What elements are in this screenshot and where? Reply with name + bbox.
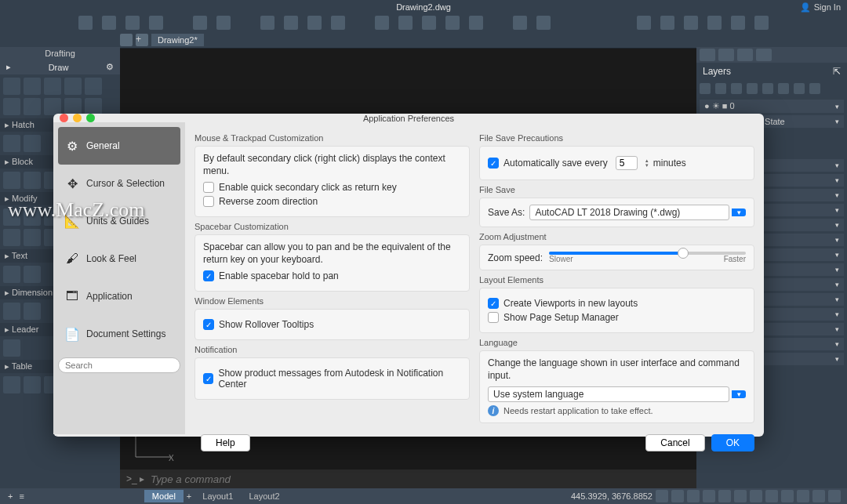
layer-select[interactable]: ● ☀ ■ 0▾ <box>700 100 844 113</box>
sidebar-item-application[interactable]: 🗔Application <box>58 277 180 315</box>
hatch-icon[interactable] <box>3 135 20 152</box>
ortho-icon[interactable] <box>671 490 684 502</box>
zoom-window-icon[interactable] <box>86 114 95 122</box>
undo-icon[interactable] <box>193 16 207 30</box>
fullscreen-icon[interactable] <box>828 490 841 502</box>
ole-icon[interactable] <box>24 376 41 393</box>
insert-icon[interactable] <box>3 172 20 189</box>
move-icon[interactable] <box>3 208 20 226</box>
paste-icon[interactable] <box>398 16 413 30</box>
layer-tool-icon[interactable] <box>778 83 789 94</box>
xline-icon[interactable] <box>85 98 102 115</box>
reverse-zoom-checkbox[interactable] <box>203 196 214 207</box>
quick-click-checkbox[interactable] <box>203 182 214 193</box>
ellipse-icon[interactable] <box>24 98 41 115</box>
panel-tab-icon[interactable] <box>718 49 734 61</box>
extend-icon[interactable] <box>24 229 41 246</box>
save-icon[interactable] <box>125 16 140 30</box>
pan-icon[interactable] <box>536 16 551 30</box>
new-doc-icon[interactable] <box>78 16 93 30</box>
save-format-select[interactable]: AutoCAD LT 2018 Drawing (*.dwg) <box>529 205 729 220</box>
trim-icon[interactable] <box>3 229 20 246</box>
plus-tab-icon[interactable]: + <box>136 34 148 46</box>
layer-tool-icon[interactable] <box>715 83 726 94</box>
sidebar-item-look[interactable]: 🖌Look & Feel <box>58 240 180 277</box>
tool-c-icon[interactable] <box>684 16 698 30</box>
lineweight-icon[interactable] <box>750 490 762 502</box>
layer-tool-icon[interactable] <box>794 83 805 94</box>
layer-tool-icon[interactable] <box>700 83 711 94</box>
command-input[interactable] <box>151 473 690 485</box>
draw-section[interactable]: Draw <box>49 63 69 72</box>
paste-special-icon[interactable] <box>445 16 460 30</box>
image-icon[interactable] <box>513 16 527 30</box>
linear-dim-icon[interactable] <box>3 303 20 320</box>
preview-icon[interactable] <box>307 16 322 30</box>
sidebar-item-document[interactable]: 📄Document Settings <box>58 315 180 353</box>
autosave-checkbox[interactable]: ✓ <box>488 158 499 169</box>
text-icon[interactable] <box>24 266 41 283</box>
tool-b-icon[interactable] <box>660 16 674 30</box>
panel-tab-icon[interactable] <box>737 49 753 61</box>
table-icon[interactable] <box>3 376 20 393</box>
minimize-icon[interactable] <box>73 114 82 122</box>
create-block-icon[interactable] <box>24 172 41 189</box>
sidebar-item-cursor[interactable]: ✥Cursor & Selection <box>58 165 180 202</box>
layer-tool-icon[interactable] <box>731 83 742 94</box>
tool-e-icon[interactable] <box>731 16 745 30</box>
sidebar-item-units[interactable]: 📐Units & Guides <box>58 202 180 240</box>
polar-icon[interactable] <box>687 490 700 502</box>
clipboard-icon[interactable] <box>469 16 483 30</box>
line-icon[interactable] <box>3 78 20 95</box>
layout-icon[interactable] <box>331 16 345 30</box>
layout1-tab[interactable]: Layout1 <box>194 490 241 502</box>
panel-tab-icon[interactable] <box>756 49 772 61</box>
layout2-tab[interactable]: Layout2 <box>241 490 287 502</box>
cancel-button[interactable]: Cancel <box>645 434 704 451</box>
otrack-icon[interactable] <box>718 490 731 502</box>
help-button[interactable]: Help <box>201 434 250 451</box>
copy-icon[interactable] <box>375 16 389 30</box>
tool-f-icon[interactable] <box>754 16 769 30</box>
create-viewports-checkbox[interactable]: ✓ <box>488 298 499 309</box>
print-icon[interactable] <box>260 16 274 30</box>
stepper-icon[interactable]: ▴▾ <box>645 158 649 168</box>
chevron-down-icon[interactable]: ▾ <box>732 390 746 398</box>
aligned-dim-icon[interactable] <box>24 303 41 320</box>
leader-icon[interactable] <box>3 339 20 357</box>
dynamic-icon[interactable] <box>734 490 747 502</box>
selection-icon[interactable] <box>781 490 794 502</box>
cut-icon[interactable] <box>422 16 436 30</box>
add-tab[interactable]: + <box>184 490 194 502</box>
circle-icon[interactable] <box>44 78 61 95</box>
panel-tab-icon[interactable] <box>700 49 715 61</box>
open-icon[interactable] <box>102 16 116 30</box>
gradient-icon[interactable] <box>24 135 41 152</box>
polyline-icon[interactable] <box>24 78 41 95</box>
sidebar-item-general[interactable]: ⚙General <box>58 127 180 165</box>
autosave-minutes-input[interactable] <box>616 156 638 170</box>
redo-icon[interactable] <box>216 16 231 30</box>
tool-d-icon[interactable] <box>707 16 722 30</box>
mtext-icon[interactable] <box>3 266 20 283</box>
search-input[interactable] <box>58 357 180 373</box>
spline-icon[interactable] <box>3 98 20 115</box>
drawing-tab[interactable]: Drawing2* <box>151 34 204 46</box>
expand-icon[interactable]: ⇱ <box>833 66 841 77</box>
workspace-icon[interactable] <box>812 490 825 502</box>
rectangle-icon[interactable] <box>64 78 82 95</box>
layout-menu-icon[interactable]: ≡ <box>19 491 24 501</box>
arc-icon[interactable] <box>85 78 102 95</box>
osnap-icon[interactable] <box>703 490 715 502</box>
layer-tool-icon[interactable] <box>747 83 758 94</box>
annotation-icon[interactable] <box>797 490 809 502</box>
layer-tool-icon[interactable] <box>762 83 773 94</box>
page-setup-checkbox[interactable] <box>488 312 499 323</box>
chevron-down-icon[interactable]: ▾ <box>732 208 746 216</box>
sign-in-button[interactable]: 👤 Sign In <box>800 2 841 13</box>
ray-icon[interactable] <box>64 98 82 115</box>
spacebar-hold-checkbox[interactable]: ✓ <box>203 270 214 281</box>
save-as-icon[interactable] <box>149 16 163 30</box>
tool-a-icon[interactable] <box>637 16 651 30</box>
grid-snap-icon[interactable] <box>656 490 668 502</box>
